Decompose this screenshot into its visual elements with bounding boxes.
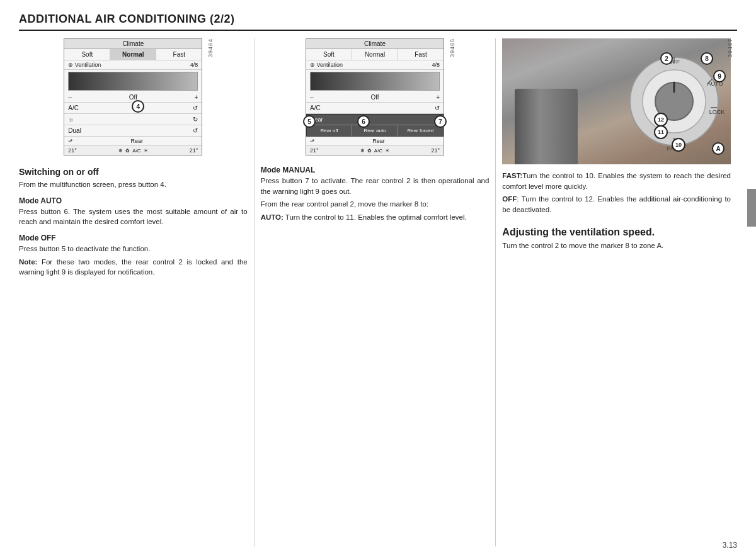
vent-row-1: ⊕ Ventilation 4/8 — [64, 60, 202, 70]
column-3: OFF AUTO LOCK FAST 2 8 — [496, 38, 737, 546]
rear-label-1: Rear — [76, 138, 198, 144]
btn-fast-1[interactable]: Fast — [156, 49, 202, 60]
bottom-row-1: ⬏ Rear — [64, 137, 202, 145]
col1-note: Note: For these two modes, the rear cont… — [19, 257, 248, 278]
ctrl-off-1: Off — [101, 94, 166, 101]
ac-row-2: A/C ↺ — [306, 103, 444, 114]
temp-left-1: 21° — [68, 147, 77, 154]
slider-2[interactable] — [310, 72, 440, 91]
mode-buttons-1: Soft Normal Fast — [64, 49, 202, 60]
dual-label-1: Dual — [68, 127, 81, 134]
temp-left-2: 21° — [310, 147, 319, 154]
btn-soft-2[interactable]: Soft — [306, 49, 352, 60]
col1-mode-off-heading: Mode OFF — [19, 234, 248, 242]
col3-fast: FAST:Turn the control to 10. Enables the… — [502, 171, 731, 191]
temp-icons-1: ❄ ✿ A/C ☀ — [118, 148, 147, 154]
rear-label-2: Rear — [318, 138, 440, 144]
off-label: OFF — [502, 195, 517, 203]
ac-label-1: A/C — [68, 104, 79, 111]
controls-row-2: – Off + — [306, 93, 444, 103]
col2-heading: Mode MANUAL — [261, 166, 490, 174]
callout-A: A — [712, 142, 724, 155]
page-number: 3.13 — [723, 541, 737, 550]
ac-icon-1: ↺ — [193, 104, 198, 111]
col2-text1: Press button 7 to activate. The rear con… — [261, 176, 490, 196]
off-text: : Turn the control to 12. Enables the ad… — [502, 195, 731, 213]
rear-highlight-2: Rear Rear off Rear auto Rear forced — [306, 114, 444, 137]
col1-intro: From the multifunction screen, press but… — [19, 179, 248, 190]
diagram-1-area: Climate Soft Normal Fast ⊕ Ventilation 4… — [19, 38, 248, 155]
auto-text: Turn the control to 11. Enables the opti… — [284, 213, 467, 221]
temp-icons-2: ❄ ✿ A/C ☀ — [360, 148, 389, 154]
callout-2: 2 — [660, 52, 673, 65]
slider-1[interactable] — [68, 72, 198, 91]
fast-text: Turn the control to 10. Enables the syst… — [502, 172, 731, 190]
btn-soft-1[interactable]: Soft — [64, 49, 110, 60]
vent-count-2: 4/8 — [432, 62, 440, 68]
flower-icon-2: ✿ — [367, 148, 372, 154]
svg-text:LOCK: LOCK — [709, 109, 724, 115]
diagram-2-area: Climate Soft Normal Fast ⊕ Ventilation 4… — [261, 38, 490, 155]
screen-diagram-2: Climate Soft Normal Fast ⊕ Ventilation 4… — [306, 38, 444, 155]
ctrl-plus-2[interactable]: + — [408, 94, 440, 101]
diagram-3-area: OFF AUTO LOCK FAST 2 8 — [502, 38, 731, 164]
callout-9: 9 — [713, 70, 726, 82]
vent-row-2: ⊕ Ventilation 4/8 — [306, 60, 444, 70]
ac-label-2: A/C — [310, 104, 321, 111]
col2-text2: From the rear control panel 2, move the … — [261, 199, 490, 210]
side-tab — [747, 189, 756, 227]
auto-label: AUTO: — [261, 213, 284, 221]
ac-bottom-2: A/C — [374, 148, 382, 154]
callout-12: 12 — [654, 113, 668, 127]
snow-icon-1: ❄ — [118, 148, 123, 154]
dual-icon-1: ↺ — [193, 127, 198, 134]
diagram-number-2: 39465 — [449, 38, 455, 57]
temp-bar-2: 21° ❄ ✿ A/C ☀ 21° — [306, 145, 444, 155]
ctrl-plus-1[interactable]: + — [166, 94, 198, 101]
temp-bar-1: 21° ❄ ✿ A/C ☀ 21° — [64, 145, 202, 155]
ctrl-minus-2[interactable]: – — [310, 94, 343, 101]
note-label: Note: — [19, 258, 37, 266]
mode-buttons-2: Soft Normal Fast — [306, 49, 444, 60]
console-photo — [515, 89, 578, 164]
column-2: Climate Soft Normal Fast ⊕ Ventilation 4… — [255, 38, 496, 546]
btn-normal-1[interactable]: Normal — [110, 49, 156, 60]
page-title: ADDITIONAL AIR CONDITIONING (2/2) — [19, 13, 737, 31]
sun-icon-1: ☼ — [68, 116, 74, 123]
callout-10: 10 — [672, 138, 685, 152]
screen-title-2: Climate — [306, 39, 444, 49]
col1-mode-auto-text: Press button 6. The system uses the most… — [19, 206, 248, 227]
back-icon-2: ⬏ — [310, 138, 315, 144]
fan-icon-1: ↻ — [193, 116, 198, 123]
btn-rear-off[interactable]: Rear off — [307, 125, 352, 136]
vent-label-1: ⊕ Ventilation — [68, 62, 187, 68]
ctrl-off-2: Off — [343, 94, 408, 101]
ac-icon-2: ↺ — [435, 104, 440, 111]
vent-label-2: ⊕ Ventilation — [310, 62, 429, 68]
screen-diagram-1: Climate Soft Normal Fast ⊕ Ventilation 4… — [64, 38, 202, 155]
icon-row-1: ☼ ↻ — [64, 114, 202, 125]
bottom-row-2: ⬏ Rear — [306, 137, 444, 145]
flower-icon-1: ✿ — [125, 148, 130, 154]
note-text: For these two modes, the rear control 2 … — [19, 258, 248, 276]
callout-11: 11 — [654, 125, 668, 139]
callout-6: 6 — [357, 115, 370, 128]
col3-adj-text: Turn the control 2 to move the marker 8 … — [502, 240, 731, 251]
temp-right-1: 21° — [190, 147, 198, 154]
btn-normal-2[interactable]: Normal — [352, 49, 398, 60]
vent-count-1: 4/8 — [190, 62, 198, 68]
ctrl-minus-1[interactable]: – — [68, 94, 101, 101]
diagram-number-3: 39467 — [727, 38, 733, 57]
col1-heading: Switching on or off — [19, 167, 248, 177]
btn-fast-2[interactable]: Fast — [398, 49, 444, 60]
diagram-number-1: 39464 — [207, 38, 214, 57]
btn-rear-forced[interactable]: Rear forced — [398, 125, 443, 136]
fast-label: FAST: — [502, 172, 522, 179]
rear-btns-2: Rear off Rear auto Rear forced — [307, 125, 443, 136]
ac-bottom-1: A/C — [132, 148, 140, 154]
dual-row-1: Dual ↺ — [64, 125, 202, 137]
column-1: Climate Soft Normal Fast ⊕ Ventilation 4… — [19, 38, 255, 546]
sun-bottom-1: ☀ — [144, 148, 148, 154]
sun-bottom-2: ☀ — [385, 148, 389, 154]
btn-rear-auto[interactable]: Rear auto — [352, 125, 398, 136]
